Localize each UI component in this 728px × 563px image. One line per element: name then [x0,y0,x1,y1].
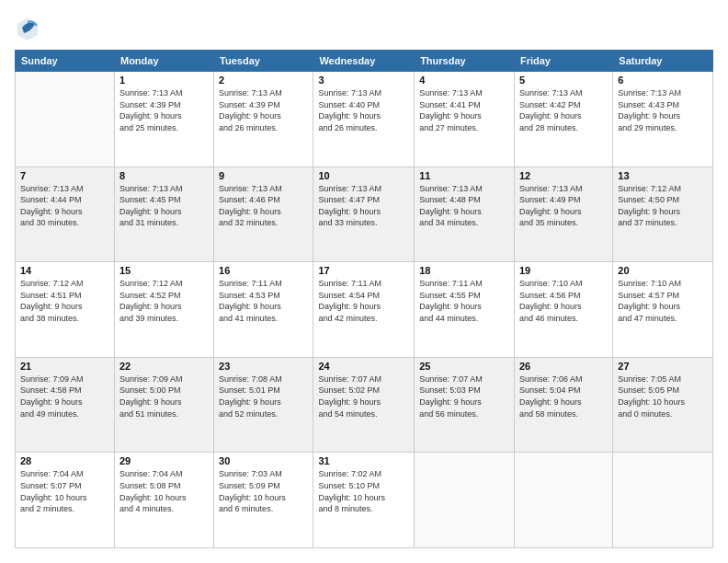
calendar-cell: 21Sunrise: 7:09 AM Sunset: 4:58 PM Dayli… [16,357,115,453]
day-info: Sunrise: 7:13 AM Sunset: 4:40 PM Dayligh… [318,87,409,133]
day-number: 27 [618,361,708,372]
page: SundayMondayTuesdayWednesdayThursdayFrid… [0,0,728,563]
weekday-thursday: Thursday [415,51,515,72]
calendar-cell: 3Sunrise: 7:13 AM Sunset: 4:40 PM Daylig… [313,72,415,167]
calendar-cell: 15Sunrise: 7:12 AM Sunset: 4:52 PM Dayli… [114,262,213,358]
weekday-friday: Friday [514,51,612,72]
day-number: 22 [119,361,209,372]
calendar-cell: 14Sunrise: 7:12 AM Sunset: 4:51 PM Dayli… [16,262,115,358]
calendar-cell: 29Sunrise: 7:04 AM Sunset: 5:08 PM Dayli… [114,453,213,548]
day-number: 3 [318,75,409,86]
day-number: 18 [419,265,509,276]
calendar-cell: 31Sunrise: 7:02 AM Sunset: 5:10 PM Dayli… [313,453,415,548]
day-info: Sunrise: 7:09 AM Sunset: 4:58 PM Dayligh… [20,373,109,419]
day-number: 8 [119,170,209,181]
calendar-table: SundayMondayTuesdayWednesdayThursdayFrid… [15,50,713,548]
day-number: 13 [618,170,708,181]
day-number: 12 [519,170,608,181]
weekday-monday: Monday [114,51,213,72]
day-number: 14 [20,265,109,276]
day-info: Sunrise: 7:03 AM Sunset: 5:09 PM Dayligh… [219,468,308,514]
day-info: Sunrise: 7:13 AM Sunset: 4:42 PM Dayligh… [519,87,608,133]
day-number: 31 [318,455,409,466]
calendar-cell: 10Sunrise: 7:13 AM Sunset: 4:47 PM Dayli… [313,167,415,262]
calendar-cell: 11Sunrise: 7:13 AM Sunset: 4:48 PM Dayli… [415,167,515,262]
calendar-cell: 18Sunrise: 7:11 AM Sunset: 4:55 PM Dayli… [415,262,515,358]
day-info: Sunrise: 7:02 AM Sunset: 5:10 PM Dayligh… [318,468,409,514]
calendar-week-3: 14Sunrise: 7:12 AM Sunset: 4:51 PM Dayli… [16,262,713,358]
calendar-week-4: 21Sunrise: 7:09 AM Sunset: 4:58 PM Dayli… [16,357,713,453]
day-info: Sunrise: 7:13 AM Sunset: 4:44 PM Dayligh… [20,183,109,229]
calendar-cell: 19Sunrise: 7:10 AM Sunset: 4:56 PM Dayli… [514,262,612,358]
calendar-cell: 13Sunrise: 7:12 AM Sunset: 4:50 PM Dayli… [613,167,713,262]
day-info: Sunrise: 7:06 AM Sunset: 5:04 PM Dayligh… [519,373,608,419]
day-info: Sunrise: 7:12 AM Sunset: 4:50 PM Dayligh… [618,183,708,229]
calendar-cell: 9Sunrise: 7:13 AM Sunset: 4:46 PM Daylig… [214,167,313,262]
day-info: Sunrise: 7:05 AM Sunset: 5:05 PM Dayligh… [618,373,708,419]
day-info: Sunrise: 7:13 AM Sunset: 4:48 PM Dayligh… [419,183,509,229]
day-number: 23 [219,361,308,372]
calendar-cell: 24Sunrise: 7:07 AM Sunset: 5:02 PM Dayli… [313,357,415,453]
day-info: Sunrise: 7:10 AM Sunset: 4:57 PM Dayligh… [618,278,708,324]
calendar-cell: 2Sunrise: 7:13 AM Sunset: 4:39 PM Daylig… [214,72,313,167]
day-info: Sunrise: 7:07 AM Sunset: 5:03 PM Dayligh… [419,373,509,419]
day-number: 29 [119,455,209,466]
calendar-cell: 28Sunrise: 7:04 AM Sunset: 5:07 PM Dayli… [16,453,115,548]
calendar-week-1: 1Sunrise: 7:13 AM Sunset: 4:39 PM Daylig… [16,72,713,167]
day-number: 5 [519,75,608,86]
day-info: Sunrise: 7:13 AM Sunset: 4:49 PM Dayligh… [519,183,608,229]
calendar-week-5: 28Sunrise: 7:04 AM Sunset: 5:07 PM Dayli… [16,453,713,548]
day-info: Sunrise: 7:13 AM Sunset: 4:45 PM Dayligh… [119,183,209,229]
day-info: Sunrise: 7:04 AM Sunset: 5:08 PM Dayligh… [119,468,209,514]
calendar-cell: 30Sunrise: 7:03 AM Sunset: 5:09 PM Dayli… [214,453,313,548]
header [15,15,713,40]
day-number: 15 [119,265,209,276]
day-number: 24 [318,361,409,372]
weekday-saturday: Saturday [613,51,713,72]
day-info: Sunrise: 7:13 AM Sunset: 4:41 PM Dayligh… [419,87,509,133]
day-info: Sunrise: 7:13 AM Sunset: 4:43 PM Dayligh… [618,87,708,133]
day-number: 1 [119,75,209,86]
calendar-cell: 26Sunrise: 7:06 AM Sunset: 5:04 PM Dayli… [514,357,612,453]
calendar-cell: 5Sunrise: 7:13 AM Sunset: 4:42 PM Daylig… [514,72,612,167]
day-info: Sunrise: 7:11 AM Sunset: 4:53 PM Dayligh… [219,278,308,324]
calendar-cell: 6Sunrise: 7:13 AM Sunset: 4:43 PM Daylig… [613,72,713,167]
day-number: 7 [20,170,109,181]
day-info: Sunrise: 7:08 AM Sunset: 5:01 PM Dayligh… [219,373,308,419]
calendar-cell: 16Sunrise: 7:11 AM Sunset: 4:53 PM Dayli… [214,262,313,358]
day-number: 2 [219,75,308,86]
day-number: 4 [419,75,509,86]
calendar-week-2: 7Sunrise: 7:13 AM Sunset: 4:44 PM Daylig… [16,167,713,262]
logo [15,15,42,40]
day-info: Sunrise: 7:13 AM Sunset: 4:39 PM Dayligh… [119,87,209,133]
day-info: Sunrise: 7:04 AM Sunset: 5:07 PM Dayligh… [20,468,109,514]
calendar-cell: 4Sunrise: 7:13 AM Sunset: 4:41 PM Daylig… [415,72,515,167]
day-number: 21 [20,361,109,372]
calendar-cell [16,72,115,167]
day-number: 19 [519,265,608,276]
calendar-cell: 25Sunrise: 7:07 AM Sunset: 5:03 PM Dayli… [415,357,515,453]
day-number: 25 [419,361,509,372]
day-number: 28 [20,455,109,466]
calendar-cell: 17Sunrise: 7:11 AM Sunset: 4:54 PM Dayli… [313,262,415,358]
day-number: 17 [318,265,409,276]
day-number: 9 [219,170,308,181]
calendar-cell [415,453,515,548]
day-info: Sunrise: 7:12 AM Sunset: 4:51 PM Dayligh… [20,278,109,324]
calendar-cell [514,453,612,548]
day-info: Sunrise: 7:10 AM Sunset: 4:56 PM Dayligh… [519,278,608,324]
day-info: Sunrise: 7:11 AM Sunset: 4:54 PM Dayligh… [318,278,409,324]
day-info: Sunrise: 7:13 AM Sunset: 4:46 PM Dayligh… [219,183,308,229]
day-number: 30 [219,455,308,466]
day-info: Sunrise: 7:11 AM Sunset: 4:55 PM Dayligh… [419,278,509,324]
weekday-tuesday: Tuesday [214,51,313,72]
calendar-cell: 22Sunrise: 7:09 AM Sunset: 5:00 PM Dayli… [114,357,213,453]
day-info: Sunrise: 7:13 AM Sunset: 4:39 PM Dayligh… [219,87,308,133]
weekday-sunday: Sunday [16,51,115,72]
calendar-cell: 7Sunrise: 7:13 AM Sunset: 4:44 PM Daylig… [16,167,115,262]
calendar-cell: 20Sunrise: 7:10 AM Sunset: 4:57 PM Dayli… [613,262,713,358]
day-info: Sunrise: 7:12 AM Sunset: 4:52 PM Dayligh… [119,278,209,324]
day-info: Sunrise: 7:13 AM Sunset: 4:47 PM Dayligh… [318,183,409,229]
calendar-cell: 12Sunrise: 7:13 AM Sunset: 4:49 PM Dayli… [514,167,612,262]
day-number: 10 [318,170,409,181]
